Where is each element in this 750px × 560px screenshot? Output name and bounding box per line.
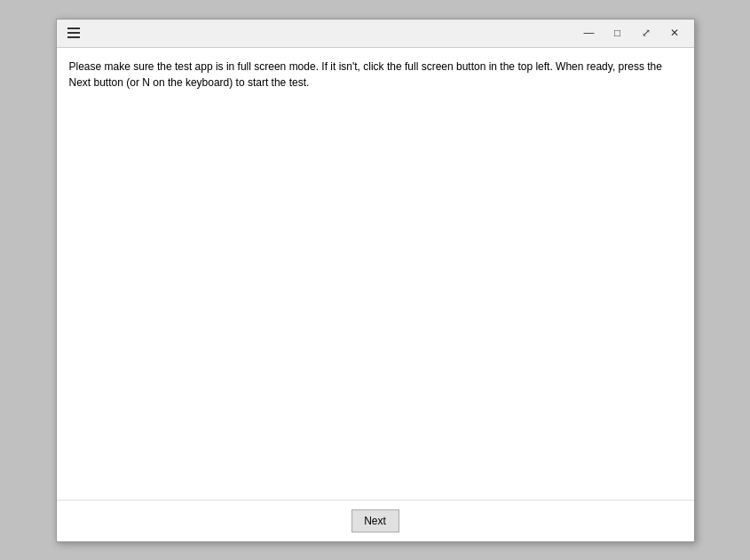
titlebar: — □ ⤢ ✕ xyxy=(57,20,694,48)
titlebar-controls: — □ ⤢ ✕ xyxy=(577,23,687,43)
content-area: Please make sure the test app is in full… xyxy=(57,48,694,500)
minimize-button[interactable]: — xyxy=(577,23,602,43)
menu-icon[interactable] xyxy=(64,24,83,42)
instruction-text: Please make sure the test app is in full… xyxy=(69,59,682,91)
restore-button[interactable]: ⤢ xyxy=(634,23,659,43)
bottom-bar: Next xyxy=(57,500,694,541)
maximize-button[interactable]: □ xyxy=(605,23,630,43)
app-window: — □ ⤢ ✕ Please make sure the test app is… xyxy=(56,19,695,542)
next-button[interactable]: Next xyxy=(351,509,399,532)
close-button[interactable]: ✕ xyxy=(662,23,687,43)
titlebar-left xyxy=(64,24,83,42)
